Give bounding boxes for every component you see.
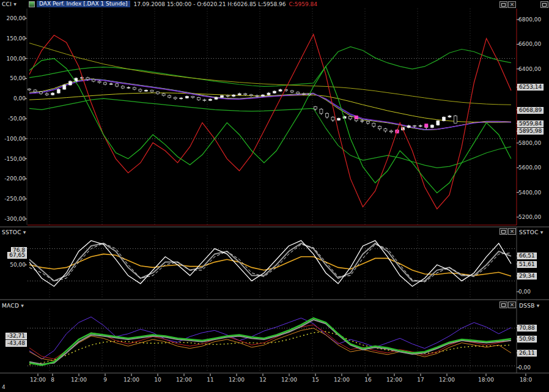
panel-sstoc-plot[interactable] xyxy=(28,235,517,299)
indicator-selector-sstoc-left[interactable]: SSTOC ▼ xyxy=(2,229,26,235)
candle xyxy=(407,126,410,128)
instrument-title[interactable]: DAX Perf. Index [.DAX 1 Stunde] xyxy=(37,1,130,7)
candle xyxy=(127,87,130,88)
candle xyxy=(366,122,369,124)
candle xyxy=(261,95,264,96)
trade-marker xyxy=(355,116,358,119)
axis-value-box: 6068,89 xyxy=(517,107,543,114)
series-ma-long-yellow xyxy=(29,43,511,105)
time-axis-label: 11 xyxy=(207,377,213,383)
chart-icon xyxy=(29,1,35,7)
close-button-macd[interactable]: × xyxy=(508,301,516,308)
series-bollinger-lower xyxy=(29,98,511,168)
indicator-selector-label: SSTOC xyxy=(519,229,539,235)
axis-tick-label: 5200,00 xyxy=(518,214,541,220)
candle xyxy=(413,126,416,127)
time-axis-label: 12:00 xyxy=(386,377,402,383)
axis-tick-label: 5600,00 xyxy=(518,165,541,171)
axis-value-box: 5959,84 xyxy=(517,120,543,127)
candle xyxy=(104,83,107,84)
candle xyxy=(448,116,451,117)
candle xyxy=(57,89,60,93)
axis-value-box: 70,88 xyxy=(517,325,537,331)
time-axis-label: 12:00 xyxy=(281,377,297,383)
candle xyxy=(203,100,206,100)
candle xyxy=(256,95,259,96)
restore-button-axis[interactable] xyxy=(540,1,548,8)
candle xyxy=(162,94,165,95)
candle xyxy=(168,95,171,97)
time-axis-label: 12:00 xyxy=(123,377,139,383)
axis-tick-label: 5400,00 xyxy=(518,190,541,196)
chevron-down-icon: ▼ xyxy=(23,231,26,234)
candle xyxy=(297,92,300,94)
chevron-down-icon: ▼ xyxy=(540,231,543,234)
axis-tick-label: 6800,00 xyxy=(518,17,541,23)
indicator-selector-cci[interactable]: CCI ▼ xyxy=(2,1,17,7)
candle xyxy=(51,93,54,95)
panel-macd-plot[interactable] xyxy=(28,309,517,372)
chevron-down-icon: ▼ xyxy=(537,304,540,308)
close-button-sstoc[interactable]: × xyxy=(508,228,516,235)
trade-marker xyxy=(424,124,428,127)
candle xyxy=(314,106,317,109)
candle xyxy=(442,117,445,120)
indicator-selector-sstoc-right[interactable]: SSTOC ▼ xyxy=(519,229,543,235)
time-axis[interactable]: 12:00812:00912:001012:001112:001212:0015… xyxy=(0,377,549,385)
axis-value-box: 29,34 xyxy=(517,273,537,279)
close-button-main[interactable]: × xyxy=(508,1,516,8)
candle xyxy=(63,85,66,89)
axis-tick-label: 5800,00 xyxy=(518,140,541,146)
time-axis-label: 18:00 xyxy=(478,377,494,383)
candle xyxy=(419,126,422,127)
axis-value-box: -32,71 xyxy=(6,333,27,339)
candle xyxy=(378,127,381,129)
candle xyxy=(185,97,188,98)
time-axis-label: 17 xyxy=(417,377,424,383)
close-icon: × xyxy=(510,301,515,308)
trading-app-window: CCI ▼ SSTOC ▼ SSTOC ▼ MACD ▼ DSSB ▼ DAX … xyxy=(0,0,549,392)
axis-value-box: 6253,14 xyxy=(517,84,543,91)
axis-tick-label: 6400,00 xyxy=(518,66,541,72)
axis-tick-label: 100,00 xyxy=(7,56,26,62)
indicator-selector-dssb-right[interactable]: DSSB ▼ xyxy=(519,302,540,309)
time-axis-label: 10 xyxy=(154,377,161,383)
chart-canvas[interactable] xyxy=(0,0,549,392)
candle xyxy=(244,94,247,95)
candle xyxy=(337,119,341,120)
candle xyxy=(331,117,334,120)
restore-button-sstoc[interactable] xyxy=(499,228,507,235)
indicator-selector-label: SSTOC xyxy=(2,229,21,235)
axis-tick-label: -150,00 xyxy=(4,156,26,162)
close-icon: × xyxy=(510,228,515,234)
candle xyxy=(238,94,241,95)
time-axis-label: 15 xyxy=(312,377,319,383)
indicator-selector-macd-left[interactable]: MACD ▼ xyxy=(2,302,24,309)
axis-value-box: 50,98 xyxy=(517,336,537,342)
axis-tick-label: 50,00 xyxy=(10,262,26,268)
candle xyxy=(98,81,101,83)
ohlc-readout: 17.09.2008 15:00:00 - O:6020.21 H:6026.8… xyxy=(134,1,286,7)
restore-icon xyxy=(542,3,547,7)
time-axis-label: 12:00 xyxy=(334,377,350,383)
restore-icon xyxy=(501,230,506,234)
candle xyxy=(273,91,276,93)
right-price-axis[interactable]: 6800,006600,006400,006253,146068,895959,… xyxy=(517,0,549,392)
series-stoch-k-white xyxy=(29,240,511,286)
candle xyxy=(320,109,323,113)
left-value-axis: 200,00150,00100,0050,000,00-50,00-100,00… xyxy=(0,0,27,392)
axis-value-box: 67,65 xyxy=(7,252,27,259)
candle xyxy=(197,98,200,100)
candle xyxy=(215,97,218,99)
candle xyxy=(174,97,177,98)
axis-tick-label: 200,00 xyxy=(7,15,26,21)
panel-main-plot[interactable] xyxy=(28,9,517,225)
restore-button-main[interactable] xyxy=(499,1,507,8)
axis-value-box: -43,48 xyxy=(6,340,27,347)
axis-tick-label: 50,00 xyxy=(10,75,26,81)
restore-button-macd[interactable] xyxy=(499,301,507,308)
candle xyxy=(116,84,119,86)
candle xyxy=(144,90,147,91)
axis-tick-label: 0,00 xyxy=(518,289,531,295)
candle xyxy=(430,125,433,128)
